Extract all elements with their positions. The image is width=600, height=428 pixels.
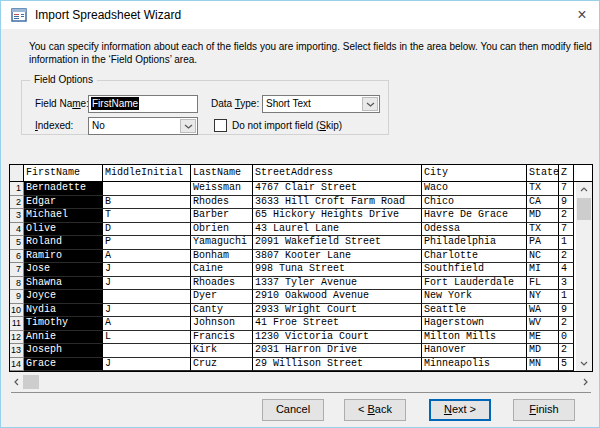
cell-middle[interactable]: A [103,250,191,264]
cell-first[interactable]: Nydia [24,304,103,318]
cell-first[interactable]: Shawna [24,277,103,291]
cell-city[interactable]: Milton Mills [422,331,527,345]
cell-city[interactable]: Minneapolis [422,358,527,372]
cell-first[interactable]: Timothy [24,317,103,331]
cell-last[interactable]: Weissman [191,182,253,196]
cell-last[interactable]: Obrien [191,223,253,237]
cell-last[interactable]: Caine [191,263,253,277]
cell-zip[interactable]: 9 [559,304,574,318]
cell-last[interactable]: Rhoades [191,277,253,291]
cell-first[interactable]: Grace [24,358,103,372]
cell-street[interactable]: 2031 Harron Drive [253,344,422,358]
skip-checkbox[interactable] [214,119,227,132]
column-header-firstname[interactable]: FirstName [24,165,103,181]
cell-street[interactable]: 4767 Clair Street [253,182,422,196]
cell-city[interactable]: New York [422,290,527,304]
cell-street[interactable]: 43 Laurel Lane [253,223,422,237]
vertical-scrollbar[interactable] [576,182,592,371]
cell-state[interactable]: WV [527,317,559,331]
column-header-middleinitial[interactable]: MiddleInitial [103,165,191,181]
cell-first[interactable]: Jose [24,263,103,277]
cell-zip[interactable]: 0 [559,331,574,345]
horizontal-scrollbar[interactable] [9,374,593,390]
cell-city[interactable]: Chico [422,196,527,210]
cell-state[interactable]: MD [527,344,559,358]
cell-middle[interactable]: B [103,196,191,210]
cell-zip[interactable]: 2 [559,209,574,223]
cell-state[interactable]: WA [527,304,559,318]
cell-state[interactable]: PA [527,236,559,250]
cell-street[interactable]: 65 Hickory Heights Drive [253,209,422,223]
cell-last[interactable]: Rhodes [191,196,253,210]
cell-state[interactable]: MI [527,263,559,277]
cell-street[interactable]: 1230 Victoria Court [253,331,422,345]
cell-city[interactable]: Waco [422,182,527,196]
horizontal-scroll-thumb[interactable] [23,375,39,389]
cell-street[interactable]: 2910 Oakwood Avenue [253,290,422,304]
cell-street[interactable]: 1337 Tyler Avenue [253,277,422,291]
cell-first[interactable]: Joseph [24,344,103,358]
cell-city[interactable]: Hanover [422,344,527,358]
cell-zip[interactable]: 7 [559,182,574,196]
indexed-dropdown-button[interactable] [180,119,196,133]
column-header-streetaddress[interactable]: StreetAddress [253,165,422,181]
cell-zip[interactable]: 3 [559,277,574,291]
indexed-select[interactable]: No [88,117,198,135]
cell-state[interactable]: ME [527,331,559,345]
finish-button[interactable]: Finish [513,399,575,421]
cell-zip[interactable]: 9 [559,196,574,210]
cell-middle[interactable]: J [103,358,191,372]
next-button[interactable]: Next > [429,399,491,421]
cell-city[interactable]: Seattle [422,304,527,318]
cancel-button[interactable]: Cancel [262,399,324,421]
cell-state[interactable]: NY [527,290,559,304]
cell-state[interactable]: NC [527,250,559,264]
cell-first[interactable]: Roland [24,236,103,250]
cell-zip[interactable]: 5 [559,358,574,372]
cell-first[interactable]: Ramiro [24,250,103,264]
cell-state[interactable]: TX [527,223,559,237]
cell-zip[interactable]: 4 [559,263,574,277]
scroll-down-button[interactable] [576,356,592,371]
column-header-z[interactable]: Z [559,165,574,181]
cell-last[interactable]: Cruz [191,358,253,372]
cell-last[interactable]: Barber [191,209,253,223]
cell-city[interactable]: Odessa [422,223,527,237]
cell-street[interactable]: 41 Froe Street [253,317,422,331]
cell-state[interactable]: TX [527,182,559,196]
column-header-city[interactable]: City [422,165,527,181]
cell-city[interactable]: Fort Lauderdale [422,277,527,291]
cell-state[interactable]: FL [527,277,559,291]
cell-middle[interactable] [103,182,191,196]
cell-street[interactable]: 2091 Wakefield Street [253,236,422,250]
cell-last[interactable]: Kirk [191,344,253,358]
cell-first[interactable]: Michael [24,209,103,223]
cell-last[interactable]: Francis [191,331,253,345]
cell-middle[interactable]: J [103,263,191,277]
cell-zip[interactable]: 2 [559,250,574,264]
cell-street[interactable]: 3633 Hill Croft Farm Road [253,196,422,210]
cell-last[interactable]: Dyer [191,290,253,304]
cell-last[interactable]: Yamaguchi [191,236,253,250]
cell-street[interactable]: 998 Tuna Street [253,263,422,277]
cell-first[interactable]: Olive [24,223,103,237]
column-header-lastname[interactable]: LastName [191,165,253,181]
cell-street[interactable]: 3807 Kooter Lane [253,250,422,264]
cell-first[interactable]: Joyce [24,290,103,304]
cell-city[interactable]: Havre De Grace [422,209,527,223]
cell-last[interactable]: Johnson [191,317,253,331]
cell-middle[interactable]: T [103,209,191,223]
cell-middle[interactable]: J [103,304,191,318]
data-type-select[interactable]: Short Text [262,95,380,113]
cell-middle[interactable]: D [103,223,191,237]
data-type-dropdown-button[interactable] [362,97,378,111]
cell-middle[interactable]: P [103,236,191,250]
cell-first[interactable]: Annie [24,331,103,345]
cell-city[interactable]: Hagerstown [422,317,527,331]
cell-city[interactable]: Southfield [422,263,527,277]
cell-state[interactable]: MN [527,358,559,372]
cell-middle[interactable]: J [103,277,191,291]
cell-zip[interactable]: 7 [559,223,574,237]
cell-middle[interactable] [103,290,191,304]
cell-middle[interactable] [103,344,191,358]
